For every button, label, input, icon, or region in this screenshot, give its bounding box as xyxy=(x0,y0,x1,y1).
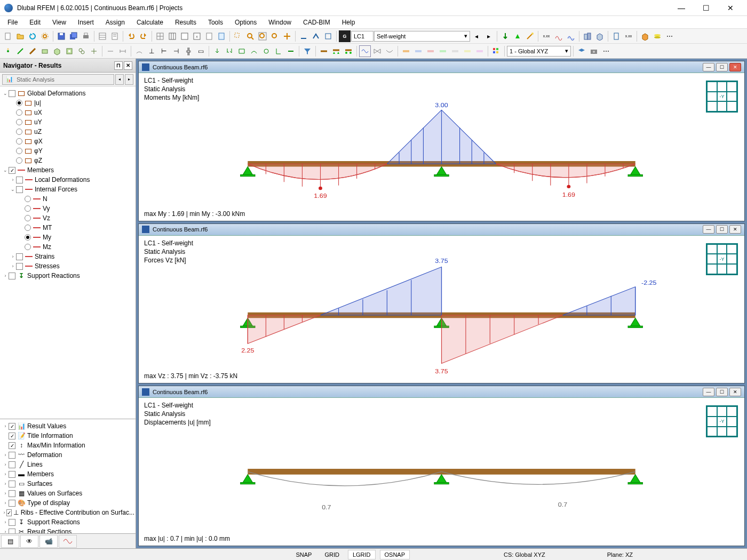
line-icon[interactable] xyxy=(14,45,26,57)
diagram-u-icon[interactable] xyxy=(384,45,395,57)
lower-ribs[interactable]: Ribs - Effective Contribution on Surfac.… xyxy=(21,509,134,516)
view3-icon[interactable] xyxy=(322,30,334,42)
tree-global-def[interactable]: Global Deformations xyxy=(27,90,134,97)
t5-icon[interactable]: ▭ xyxy=(195,45,206,57)
cam-icon[interactable] xyxy=(588,45,600,57)
frc2-icon[interactable] xyxy=(224,45,235,57)
nav-close-icon[interactable]: ✕ xyxy=(124,61,132,70)
view-max-icon[interactable]: ☐ xyxy=(716,388,728,396)
zoom-fit-icon[interactable] xyxy=(257,30,268,42)
tab-eye-icon[interactable]: 👁 xyxy=(20,535,38,548)
report-icon[interactable] xyxy=(109,30,121,42)
lower-members[interactable]: Members xyxy=(27,470,134,478)
tree-mz[interactable]: Mz xyxy=(43,243,134,251)
view-min-icon[interactable]: — xyxy=(703,388,714,396)
nav-analysis-combo[interactable]: 📊Static Analysis xyxy=(2,74,114,85)
tree-u[interactable]: |u| xyxy=(34,99,134,107)
menu-cadbim[interactable]: CAD-BIM xyxy=(298,17,336,28)
lc-code-field[interactable]: LC1 xyxy=(351,31,374,42)
cube-icon[interactable] xyxy=(639,30,651,42)
view2-icon[interactable] xyxy=(310,30,322,42)
lower-support-r[interactable]: Support Reactions xyxy=(27,518,134,526)
tree-internal[interactable]: Internal Forces xyxy=(35,186,134,193)
member-icon[interactable] xyxy=(27,45,38,57)
solid2-icon[interactable] xyxy=(51,45,63,57)
layers-icon[interactable] xyxy=(651,30,663,42)
tablex-icon[interactable]: x xyxy=(191,30,203,42)
saveall-icon[interactable] xyxy=(68,30,80,42)
tree-phiz[interactable]: φZ xyxy=(34,157,134,164)
lower-sections[interactable]: Result Sections xyxy=(27,528,134,533)
lower-title-info[interactable]: Title Information xyxy=(27,432,134,439)
nav-next-icon[interactable]: ▸ xyxy=(125,74,133,85)
tree-ux[interactable]: uX xyxy=(34,109,134,116)
tree-uy[interactable]: uY xyxy=(34,118,134,126)
lc-prev-icon[interactable]: ◂ xyxy=(471,30,482,42)
intersect-icon[interactable] xyxy=(88,45,100,57)
lc-next-icon[interactable]: ▸ xyxy=(483,30,495,42)
tree-my[interactable]: My xyxy=(43,234,134,241)
view-max-icon[interactable]: ☐ xyxy=(716,225,728,234)
zoom-icon[interactable] xyxy=(244,30,256,42)
navigator-lower[interactable]: ›📊Result Values 📝Title Information ↕Max/… xyxy=(0,419,136,533)
res3-icon[interactable] xyxy=(425,45,436,57)
gear-icon[interactable] xyxy=(39,30,51,42)
status-grid[interactable]: GRID xyxy=(320,550,344,559)
view-min-icon[interactable]: — xyxy=(703,63,714,71)
dim2-icon[interactable] xyxy=(117,45,129,57)
t3-icon[interactable]: ⊣ xyxy=(170,45,182,57)
frc5-icon[interactable] xyxy=(260,45,272,57)
res2-icon[interactable] xyxy=(412,45,424,57)
tab-results-icon[interactable] xyxy=(59,535,77,548)
tree-local-def[interactable]: Local Deformations xyxy=(35,176,134,183)
arc-icon[interactable] xyxy=(133,45,145,57)
dim-icon[interactable] xyxy=(105,45,116,57)
open-icon[interactable] xyxy=(14,30,26,42)
section-icon[interactable] xyxy=(610,30,622,42)
tree-members[interactable]: Members xyxy=(27,166,134,174)
lc-name-combo[interactable]: Self-weight▾ xyxy=(374,31,470,42)
t4-icon[interactable]: ╬ xyxy=(182,45,194,57)
tree-stresses[interactable]: Stresses xyxy=(35,262,134,270)
more-icon[interactable]: ⋯ xyxy=(664,30,676,42)
tab-data-icon[interactable]: ▤ xyxy=(1,535,19,548)
tree-phiy[interactable]: φY xyxy=(34,147,134,155)
view-close-icon[interactable]: ✕ xyxy=(729,63,741,71)
beam-icon[interactable] xyxy=(318,45,330,57)
result-filled-icon[interactable] xyxy=(565,30,577,42)
status-osnap[interactable]: OSNAP xyxy=(380,550,410,559)
frc7-icon[interactable] xyxy=(285,45,297,57)
res5-icon[interactable] xyxy=(449,45,461,57)
pan-icon[interactable] xyxy=(281,30,293,42)
new-icon[interactable] xyxy=(2,30,14,42)
page-icon[interactable] xyxy=(203,30,215,42)
view-close-icon[interactable]: ✕ xyxy=(729,388,741,396)
doc-icon[interactable] xyxy=(216,30,227,42)
view-max-icon[interactable]: ☐ xyxy=(716,63,728,71)
menu-insert[interactable]: Insert xyxy=(73,17,99,28)
cs-combo[interactable]: 1 - Global XYZ▾ xyxy=(507,46,571,57)
lower-maxmin[interactable]: Max/Min Information xyxy=(27,442,134,449)
lower-lines[interactable]: Lines xyxy=(27,461,134,468)
refresh-icon[interactable] xyxy=(27,30,38,42)
surface-icon[interactable] xyxy=(39,45,51,57)
lower-type-display[interactable]: Type of display xyxy=(27,499,134,507)
tree-strains[interactable]: Strains xyxy=(35,253,134,260)
menu-options[interactable]: Options xyxy=(229,17,262,28)
menu-help[interactable]: Help xyxy=(337,17,361,28)
tree-phix[interactable]: φX xyxy=(34,138,134,145)
redo-icon[interactable] xyxy=(138,30,149,42)
res7-icon[interactable] xyxy=(474,45,486,57)
print-icon[interactable] xyxy=(80,30,92,42)
grid-icon[interactable] xyxy=(154,30,166,42)
frc6-icon[interactable] xyxy=(273,45,284,57)
table2-icon[interactable] xyxy=(166,30,178,42)
maximize-button[interactable]: ☐ xyxy=(694,0,718,16)
frc3-icon[interactable] xyxy=(236,45,248,57)
walls-icon[interactable] xyxy=(582,30,593,42)
beam-sup2-icon[interactable] xyxy=(343,45,354,57)
undo-icon[interactable] xyxy=(125,30,137,42)
res1-icon[interactable] xyxy=(400,45,412,57)
frc4-icon[interactable] xyxy=(248,45,260,57)
tab-camera-icon[interactable]: 📹 xyxy=(39,535,58,548)
